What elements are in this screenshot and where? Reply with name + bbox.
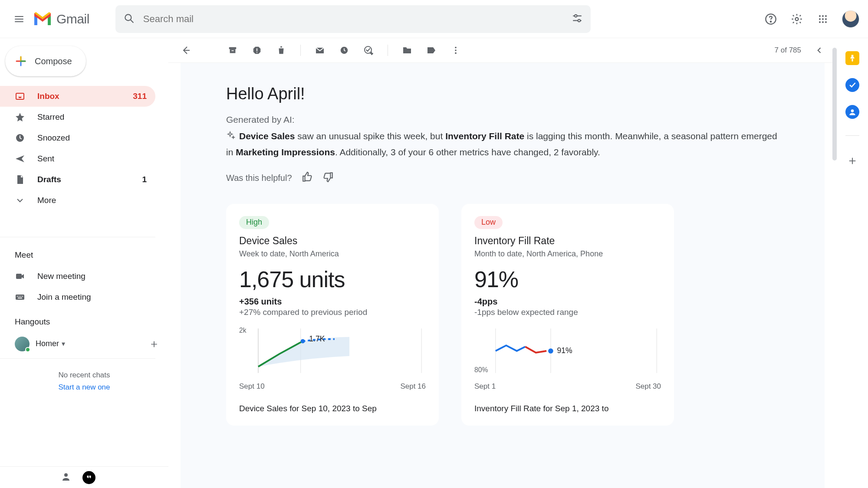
star-icon [15,111,26,123]
add-task-icon[interactable] [363,45,374,56]
svg-point-2 [578,19,580,21]
sidebar: Compose Inbox 311 Starred Snoozed Sent [0,38,168,488]
sidebar-item-label: Starred [37,112,64,122]
hangouts-username: Homer [36,339,59,348]
svg-rect-19 [17,296,18,297]
search-icon [123,13,135,26]
join-meeting-button[interactable]: Join a meeting [0,287,155,308]
thumbs-down-button[interactable] [322,171,334,185]
card-subtitle: Month to date, North America, Phone [474,249,661,259]
compose-button[interactable]: Compose [5,46,86,76]
snooze-icon[interactable] [339,45,349,56]
contacts-icon[interactable] [845,105,859,119]
help-icon[interactable] [764,12,778,26]
no-chats-label: No recent chats [0,371,168,380]
metric-card-inventory-fill[interactable]: Low Inventory Fill Rate Month to date, N… [461,204,674,426]
generated-by-label: Generated by AI: [226,115,779,125]
mark-unread-icon[interactable] [315,45,325,56]
sidebar-bottom-bar [0,466,168,488]
svg-point-9 [819,18,821,20]
tasks-icon[interactable] [845,78,859,92]
start-chat-link[interactable]: Start a new one [0,383,168,392]
new-chat-button[interactable]: ＋ [148,336,160,351]
message-counter: 7 of 785 [775,46,801,55]
svg-rect-18 [16,295,24,300]
more-icon[interactable] [450,45,461,56]
move-to-icon[interactable] [402,45,412,56]
search-options-icon[interactable] [572,13,583,26]
delete-icon[interactable] [276,45,286,56]
svg-point-8 [825,15,827,17]
card-title: Inventory Fill Rate [474,235,661,247]
svg-rect-23 [18,298,22,298]
account-avatar[interactable] [842,10,859,28]
hangouts-section-title: Hangouts [0,308,168,333]
metric-comparison: -1pps below expected range [474,308,661,317]
online-indicator [25,347,30,352]
svg-point-30 [455,47,457,49]
svg-point-4 [770,21,771,22]
metric-value: 1,675 units [239,266,426,292]
metric-delta: +356 units [239,297,426,307]
card-title: Device Sales [239,235,426,247]
person-icon[interactable] [61,472,71,484]
app-name: Gmail [56,12,89,26]
archive-icon[interactable] [227,45,238,56]
svg-text:80%: 80% [474,366,488,373]
metric-value: 91% [474,266,661,292]
svg-rect-26 [256,48,257,51]
svg-point-24 [64,473,68,477]
apps-icon[interactable] [816,12,830,26]
svg-point-1 [575,14,577,16]
divider [845,135,859,136]
helpful-label: Was this helpful? [226,173,292,183]
new-meeting-button[interactable]: New meeting [0,266,155,287]
compose-label: Compose [35,56,72,66]
search-bar[interactable] [115,5,591,33]
search-input[interactable] [143,13,572,25]
chevron-down-icon [15,195,26,206]
svg-point-0 [125,14,131,20]
svg-point-12 [819,21,821,23]
svg-point-13 [822,21,824,23]
back-icon[interactable] [181,45,191,56]
hangouts-bubble-icon[interactable] [82,471,95,484]
svg-rect-17 [16,274,22,279]
sidebar-item-inbox[interactable]: Inbox 311 [0,86,155,107]
greeting: Hello April! [226,85,779,103]
sidebar-item-starred[interactable]: Starred [0,107,155,128]
svg-rect-25 [229,47,237,49]
sidebar-item-label: Join a meeting [37,292,91,302]
svg-point-10 [822,18,824,20]
svg-point-43 [548,348,553,354]
send-icon [15,153,26,164]
scrollbar[interactable] [832,48,837,160]
settings-icon[interactable] [790,12,804,26]
inbox-count: 311 [133,92,147,101]
main-menu-button[interactable] [9,9,30,29]
sidebar-item-more[interactable]: More [0,190,155,211]
metric-delta: -4pps [474,297,661,307]
svg-rect-27 [256,52,257,53]
video-icon [15,271,26,282]
label-icon[interactable] [426,45,437,56]
metric-card-device-sales[interactable]: High Device Sales Week to date, North Am… [226,204,439,426]
sidebar-item-snoozed[interactable]: Snoozed [0,128,155,148]
keep-icon[interactable] [845,51,859,65]
svg-text:91%: 91% [557,346,572,355]
caret-down-icon: ▾ [62,340,65,348]
clock-icon [15,132,26,144]
sidebar-item-label: Snoozed [37,133,70,143]
gmail-logo[interactable]: Gmail [33,12,89,26]
sidebar-item-drafts[interactable]: Drafts 1 [0,169,155,190]
divider [300,45,301,56]
thumbs-up-button[interactable] [302,171,313,185]
card-footer: Inventory Fill Rate for Sep 1, 2023 to [474,404,661,413]
hangouts-user[interactable]: Homer ▾ ＋ [0,333,168,355]
get-addons-button[interactable]: ＋ [846,152,858,169]
prev-icon[interactable] [814,45,825,56]
svg-text:1.7K: 1.7K [309,334,325,343]
header: Gmail [0,0,868,38]
sidebar-item-sent[interactable]: Sent [0,148,155,169]
spam-icon[interactable] [252,45,262,56]
